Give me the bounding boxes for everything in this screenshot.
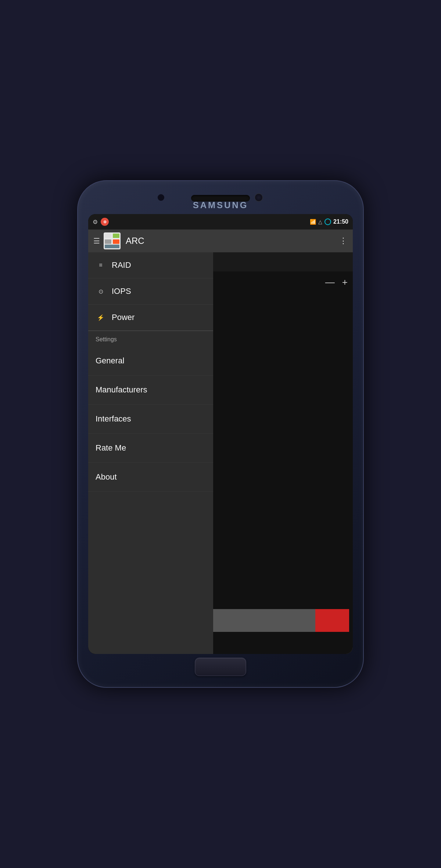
app-icon [104,232,121,249]
clock: 21:50 [333,218,348,225]
sidebar-item-general[interactable]: General [88,346,213,376]
sidebar-item-about[interactable]: About [88,463,213,492]
signal-icon: △ [318,219,322,225]
interfaces-label: Interfaces [96,414,131,424]
sidebar-item-raid[interactable]: ≡ RAID [88,252,213,278]
speaker-grille [191,195,250,202]
svg-rect-0 [105,234,111,238]
power-label: Power [112,313,135,322]
data-indicator [325,218,331,225]
bar-red [315,609,349,632]
manufacturers-label: Manufacturers [96,385,147,395]
sidebar-item-power[interactable]: ⚡ Power [88,305,213,331]
main-content-area: RAID 5 — + [88,252,353,654]
about-label: About [96,472,117,482]
cyanogen-icon: ⚙ [101,218,109,226]
settings-section: Settings General Manufacturers Interface… [88,331,213,492]
raid-label: RAID [112,260,131,270]
svg-rect-3 [113,239,119,244]
iops-icon: ⊙ [96,288,106,295]
sidebar-item-manufacturers[interactable]: Manufacturers [88,376,213,405]
phone-device: SAMSUNG ⚙ ⚙ 📶 △ 21:50 ☰ [77,180,364,688]
usb-icon: ⚙ [93,218,98,225]
brand-logo: SAMSUNG [193,200,248,210]
nav-drawer-icon[interactable]: ☰ [93,236,100,245]
sidebar-item-interfaces[interactable]: Interfaces [88,405,213,434]
svg-rect-2 [105,239,111,244]
phone-screen: ⚙ ⚙ 📶 △ 21:50 ☰ [88,214,353,654]
rate-me-label: Rate Me [96,443,126,453]
nav-drawer: ≡ RAID ⊙ IOPS ⚡ Power Settings [88,252,213,654]
general-label: General [96,356,124,366]
front-camera [255,193,263,202]
app-icon-image [104,232,121,249]
sidebar-item-rate-me[interactable]: Rate Me [88,434,213,463]
svg-rect-4 [105,245,119,248]
iops-label: IOPS [112,287,131,296]
home-button[interactable] [195,658,246,676]
control-buttons: — + [325,277,348,288]
front-sensor [158,194,164,201]
power-icon: ⚡ [96,314,106,321]
raid-icon: ≡ [96,262,106,268]
app-toolbar: ☰ ARC ⋮ [88,230,353,252]
nav-section-main: ≡ RAID ⊙ IOPS ⚡ Power [88,252,213,331]
overflow-menu-button[interactable]: ⋮ [339,236,348,246]
status-icons-right: 📶 △ 21:50 [310,218,348,225]
status-bar: ⚙ ⚙ 📶 △ 21:50 [88,214,353,230]
settings-header: Settings [88,331,213,346]
bar-gray [213,609,315,632]
sidebar-item-iops[interactable]: ⊙ IOPS [88,278,213,305]
app-title: ARC [126,236,339,246]
increment-button[interactable]: + [342,277,348,288]
wifi-icon: 📶 [310,219,316,225]
svg-rect-1 [113,234,119,238]
status-icons-left: ⚙ ⚙ [93,218,109,226]
decrement-button[interactable]: — [325,277,335,288]
